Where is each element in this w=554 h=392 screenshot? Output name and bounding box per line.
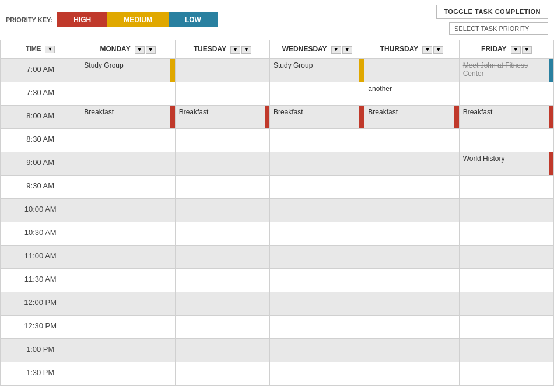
cell-wednesday-6[interactable] [270, 199, 364, 222]
cell-wednesday-10[interactable] [270, 292, 364, 316]
cell-monday-2[interactable]: Breakfast [80, 106, 175, 129]
cell-tuesday-10[interactable] [175, 292, 269, 316]
cell-thursday-9[interactable] [364, 269, 459, 292]
task-text-monday-2: Breakfast [84, 108, 114, 116]
tuesday-filter-btn[interactable]: ▼ [230, 46, 240, 54]
tuesday-sort-btn[interactable]: ▼ [241, 46, 251, 54]
cell-monday-11[interactable] [80, 316, 175, 339]
cell-wednesday-11[interactable] [270, 316, 364, 339]
toggle-completion-button[interactable]: TOGGLE TASK COMPLETION [436, 5, 548, 19]
cell-tuesday-11[interactable] [175, 316, 269, 339]
cell-monday-6[interactable] [80, 199, 175, 222]
wednesday-filter-btn[interactable]: ▼ [331, 46, 341, 54]
cell-wednesday-13[interactable] [270, 362, 364, 386]
cell-tuesday-3[interactable] [175, 129, 269, 152]
cell-friday-8[interactable] [459, 246, 553, 269]
medium-priority-badge: MEDIUM [107, 12, 169, 27]
cell-friday-5[interactable] [459, 176, 553, 199]
task-text-thursday-2: Breakfast [368, 108, 398, 116]
cell-friday-3[interactable] [459, 129, 553, 152]
task-text-monday-0: Study Group [84, 61, 123, 69]
cell-tuesday-1[interactable] [175, 82, 269, 106]
thursday-sort-btn[interactable]: ▼ [433, 46, 443, 54]
calendar-wrap: TIME ▼ MONDAY ▼ ▼ TUESDAY ▼ ▼ [0, 40, 554, 386]
time-sort-btn[interactable]: ▼ [45, 46, 55, 53]
cell-thursday-12[interactable] [364, 339, 459, 362]
thursday-column-header: THURSDAY ▼ ▼ [364, 40, 459, 59]
priority-select[interactable]: SELECT TASK PRIORITYHIGHMEDIUMLOW [454, 25, 543, 32]
cell-thursday-10[interactable] [364, 292, 459, 316]
cell-wednesday-7[interactable] [270, 222, 364, 246]
cell-wednesday-5[interactable] [270, 176, 364, 199]
cell-thursday-6[interactable] [364, 199, 459, 222]
cell-wednesday-12[interactable] [270, 339, 364, 362]
cell-monday-7[interactable] [80, 222, 175, 246]
cell-wednesday-1[interactable] [270, 82, 364, 106]
task-text-friday-2: Breakfast [463, 108, 493, 116]
priority-bar-monday-2 [170, 106, 175, 128]
tuesday-column-header: TUESDAY ▼ ▼ [175, 40, 269, 59]
monday-filter-btn[interactable]: ▼ [135, 46, 145, 54]
cell-tuesday-8[interactable] [175, 246, 269, 269]
cell-monday-8[interactable] [80, 246, 175, 269]
select-priority-dropdown[interactable]: SELECT TASK PRIORITYHIGHMEDIUMLOW [449, 22, 548, 35]
cell-thursday-4[interactable] [364, 152, 459, 176]
cell-wednesday-3[interactable] [270, 129, 364, 152]
cell-monday-1[interactable] [80, 82, 175, 106]
cell-monday-3[interactable] [80, 129, 175, 152]
cell-tuesday-7[interactable] [175, 222, 269, 246]
cell-wednesday-9[interactable] [270, 269, 364, 292]
cell-monday-9[interactable] [80, 269, 175, 292]
cell-thursday-11[interactable] [364, 316, 459, 339]
friday-filter-btn[interactable]: ▼ [511, 46, 521, 54]
cell-tuesday-0[interactable] [175, 59, 269, 82]
time-cell: 9:00 AM [1, 152, 80, 176]
cell-friday-0[interactable]: Meet John at Fitness Center [459, 59, 553, 82]
cell-friday-1[interactable] [459, 82, 553, 106]
cell-friday-11[interactable] [459, 316, 553, 339]
task-text-friday-0: Meet John at Fitness Center [463, 61, 528, 78]
cell-wednesday-0[interactable]: Study Group [270, 59, 364, 82]
cell-wednesday-8[interactable] [270, 246, 364, 269]
cell-friday-4[interactable]: World History [459, 152, 553, 176]
wednesday-column-header: WEDNESDAY ▼ ▼ [270, 40, 364, 59]
cell-friday-2[interactable]: Breakfast [459, 106, 553, 129]
cell-tuesday-9[interactable] [175, 269, 269, 292]
cell-thursday-1[interactable]: another [364, 82, 459, 106]
cell-tuesday-2[interactable]: Breakfast [175, 106, 269, 129]
cell-wednesday-4[interactable] [270, 152, 364, 176]
cell-monday-12[interactable] [80, 339, 175, 362]
cell-friday-9[interactable] [459, 269, 553, 292]
cell-friday-12[interactable] [459, 339, 553, 362]
cell-thursday-2[interactable]: Breakfast [364, 106, 459, 129]
cell-friday-13[interactable] [459, 362, 553, 386]
time-cell: 8:30 AM [1, 129, 80, 152]
cell-thursday-7[interactable] [364, 222, 459, 246]
cell-thursday-3[interactable] [364, 129, 459, 152]
cell-friday-7[interactable] [459, 222, 553, 246]
cell-thursday-13[interactable] [364, 362, 459, 386]
cell-monday-4[interactable] [80, 152, 175, 176]
cell-tuesday-4[interactable] [175, 152, 269, 176]
cell-monday-13[interactable] [80, 362, 175, 386]
cell-thursday-0[interactable] [364, 59, 459, 82]
priority-bar-monday-0 [170, 59, 175, 82]
cell-friday-10[interactable] [459, 292, 553, 316]
cell-monday-10[interactable] [80, 292, 175, 316]
time-cell: 10:00 AM [1, 199, 80, 222]
cell-wednesday-2[interactable]: Breakfast [270, 106, 364, 129]
cell-thursday-5[interactable] [364, 176, 459, 199]
cell-friday-6[interactable] [459, 199, 553, 222]
cell-monday-0[interactable]: Study Group [80, 59, 175, 82]
cell-tuesday-5[interactable] [175, 176, 269, 199]
cell-tuesday-13[interactable] [175, 362, 269, 386]
friday-sort-btn[interactable]: ▼ [522, 46, 532, 54]
task-text-friday-4: World History [463, 155, 505, 163]
cell-tuesday-12[interactable] [175, 339, 269, 362]
cell-tuesday-6[interactable] [175, 199, 269, 222]
wednesday-sort-btn[interactable]: ▼ [342, 46, 352, 54]
monday-sort-btn[interactable]: ▼ [146, 46, 156, 54]
cell-monday-5[interactable] [80, 176, 175, 199]
cell-thursday-8[interactable] [364, 246, 459, 269]
thursday-filter-btn[interactable]: ▼ [422, 46, 432, 54]
